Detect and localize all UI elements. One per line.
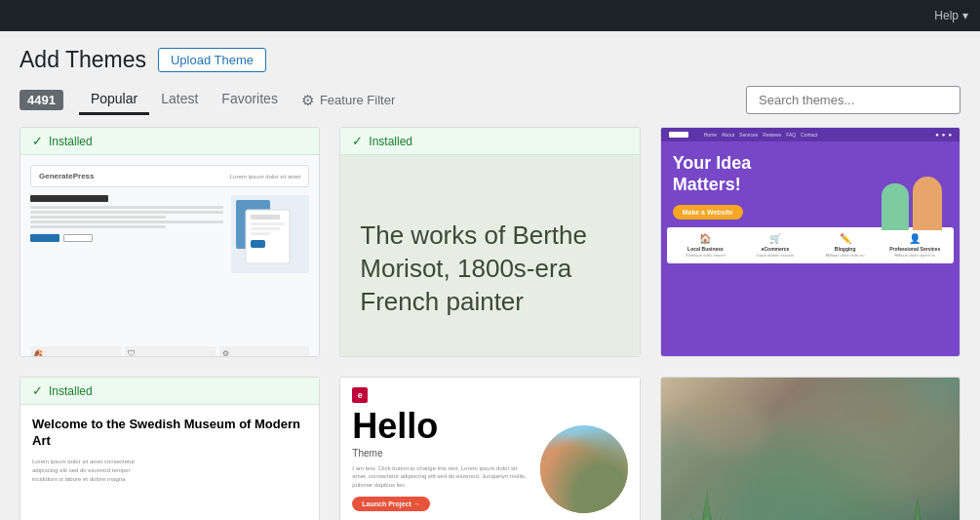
tab-latest[interactable]: Latest (149, 85, 210, 115)
hello-body-text: I am text. Click button to change this t… (352, 464, 529, 489)
astra-card-title-4: Professional Services (882, 246, 948, 252)
admin-bar: Help ▾ (0, 0, 980, 31)
hello-big-text: Hello (352, 409, 529, 444)
astra-cards: 🏠 Local Business Sörëlique nolitu oeuom … (667, 227, 954, 263)
astra-card-text-1: Sörëlique nolitu oeuom (673, 253, 739, 258)
museum-content: Welcome to the Swedish Museum of Modern … (20, 405, 319, 520)
plant-left-icon (681, 454, 734, 520)
astra-nav-icons: ●●● (935, 132, 952, 138)
tab-favorites[interactable]: Favorites (210, 85, 290, 115)
astra-nav-links: HomeAboutServicesReviewsFAQContact (704, 132, 818, 138)
theme-card-generatepress[interactable]: ✓ Installed GeneratePress Lorem ipsum do… (20, 127, 320, 357)
gear-icon: ⚙ (301, 92, 314, 109)
ecommerce-icon: 🛒 (742, 233, 808, 244)
astra-card-ecommerce: 🛒 eCommerce Liquis diatrito sessum (742, 233, 808, 258)
tab-popular[interactable]: Popular (79, 85, 149, 115)
hello-image-circle (540, 425, 628, 513)
check-icon: ✓ (32, 134, 43, 148)
astra-card-pro: 👤 Professional Services Millique olisto … (882, 233, 948, 258)
gp-image-mock (231, 195, 309, 273)
gp-content (30, 195, 309, 340)
check-icon: ✓ (32, 383, 43, 398)
check-icon: ✓ (352, 134, 363, 148)
astra-card-text-3: Millique olisto radio ou (812, 253, 879, 258)
theme-card-photo[interactable]: Details (660, 377, 960, 520)
feature-filter-label: Feature Filter (320, 93, 395, 107)
hello-theme-label: Theme (352, 448, 529, 459)
upload-theme-button[interactable]: Upload Theme (158, 48, 266, 72)
astra-figure (874, 152, 952, 230)
theme-card-twentytwentyone[interactable]: ✓ Installed The works of Berthe Morisot,… (339, 127, 640, 357)
svg-rect-3 (251, 215, 280, 220)
help-menu[interactable]: Help ▾ (934, 9, 968, 22)
theme-preview-hello: e Hello Theme I am text. Click button to… (340, 378, 639, 520)
svg-rect-7 (251, 240, 265, 248)
search-input[interactable] (746, 86, 960, 114)
astra-hero-title: Your Idea Matters! (673, 153, 790, 195)
astra-logo (669, 132, 688, 138)
gp-header-bar: GeneratePress Lorem ipsum dolor sit amet (30, 165, 309, 187)
installed-label: Installed (369, 135, 412, 148)
installed-label: Installed (49, 135, 93, 148)
astra-card-text-2: Liquis diatrito sessum (742, 253, 808, 258)
installed-badge-tto: ✓ Installed (340, 128, 639, 155)
theme-footer-astra: Astra Details (661, 356, 960, 357)
bokeh-shape (690, 397, 768, 456)
filter-tabs: Popular Latest Favorites ⚙ Feature Filte… (79, 85, 746, 115)
theme-preview-astra: HomeAboutServicesReviewsFAQContact ●●● Y… (661, 128, 960, 356)
theme-count-badge: 4491 (20, 90, 63, 110)
astra-person2 (882, 183, 909, 230)
astra-card-title-3: Blogging (812, 246, 879, 252)
page-title: Add Themes (20, 47, 146, 73)
blogging-icon: ✏️ (812, 233, 879, 244)
gp-bottom: 🍂 What We Are Lorem ipsum dolor 🛡 What W… (30, 346, 309, 357)
page-header: Add Themes Upload Theme (0, 31, 980, 73)
astra-nav: HomeAboutServicesReviewsFAQContact ●●● (661, 128, 960, 141)
astra-card-blog: ✏️ Blogging Millique olisto radio ou (812, 233, 879, 258)
hello-circle-bg (540, 425, 628, 513)
plant-right-icon (896, 473, 940, 520)
theme-card-astra[interactable]: HomeAboutServicesReviewsFAQContact ●●● Y… (660, 127, 960, 357)
theme-preview-museum: Welcome to the Swedish Museum of Modern … (20, 405, 319, 520)
astra-card-title-1: Local Business (673, 246, 739, 252)
installed-label: Installed (49, 384, 93, 398)
feature-filter-button[interactable]: ⚙ Feature Filter (290, 86, 407, 115)
astra-card-local: 🏠 Local Business Sörëlique nolitu oeuom (673, 233, 739, 258)
theme-card-museum[interactable]: ✓ Installed Welcome to the Swedish Museu… (20, 377, 320, 520)
hello-left: e Hello Theme I am text. Click button to… (352, 387, 529, 520)
chevron-down-icon: ▾ (962, 9, 968, 22)
help-label: Help (934, 9, 959, 22)
tto-preview-text: The works of Berthe Morisot, 1800s-era F… (360, 220, 619, 318)
theme-card-hello[interactable]: e Hello Theme I am text. Click button to… (339, 377, 640, 520)
theme-preview-photo (661, 378, 960, 520)
theme-preview-twentytwentyone: The works of Berthe Morisot, 1800s-era F… (340, 155, 639, 357)
hello-cta-button[interactable]: Launch Project → (352, 497, 430, 511)
astra-card-text-4: Millique olisto oporto cs (882, 253, 948, 258)
elementor-badge: e (352, 387, 368, 403)
installed-badge: ✓ Installed (20, 128, 319, 155)
bokeh-shape2 (862, 387, 921, 436)
installed-badge-museum: ✓ Installed (20, 378, 319, 405)
themes-grid: ✓ Installed GeneratePress Lorem ipsum do… (0, 127, 980, 520)
local-business-icon: 🏠 (673, 233, 739, 244)
astra-person (913, 177, 942, 230)
astra-cta-button: Make a Website (673, 205, 743, 220)
pro-services-icon: 👤 (882, 233, 948, 244)
search-box (746, 86, 960, 114)
svg-rect-5 (251, 227, 280, 230)
svg-rect-6 (251, 232, 270, 235)
theme-preview-generatepress: GeneratePress Lorem ipsum dolor sit amet (20, 155, 319, 357)
museum-title: Welcome to the Swedish Museum of Modern … (32, 417, 307, 450)
filter-bar: 4491 Popular Latest Favorites ⚙ Feature … (0, 73, 980, 127)
astra-card-title-2: eCommerce (742, 246, 808, 252)
svg-rect-4 (251, 222, 285, 225)
gp-text-block (30, 195, 223, 340)
